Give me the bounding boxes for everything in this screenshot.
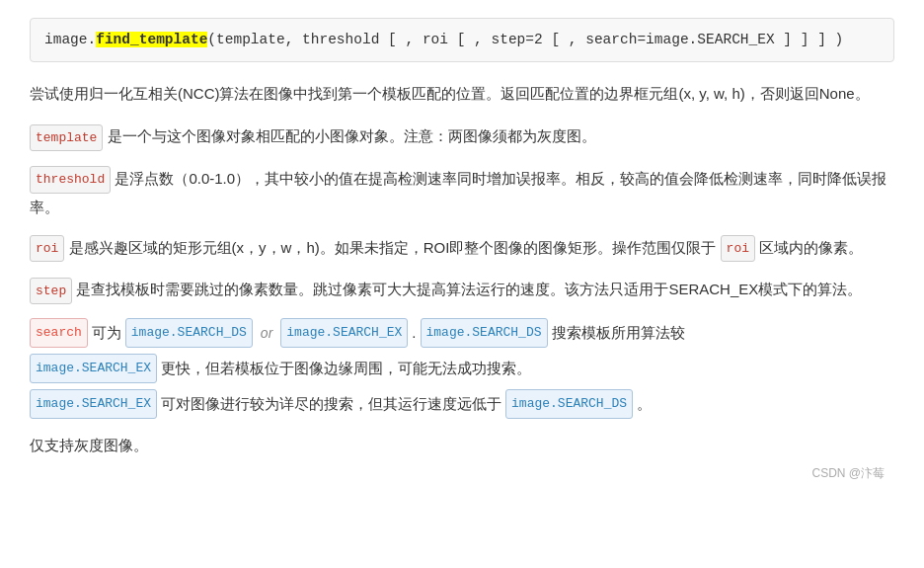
param-step-text: 是查找模板时需要跳过的像素数量。跳过像素可大大提高算法运行的速度。该方法只适用于…	[76, 281, 862, 297]
tag-step: step	[30, 278, 72, 304]
param-template: template 是一个与这个图像对象相匹配的小图像对象。注意：两图像须都为灰度…	[30, 122, 894, 151]
tag-image-search-ds: image.SEARCH_DS	[125, 318, 253, 348]
footer-note: 仅支持灰度图像。	[30, 437, 894, 455]
tag-image-search-ex2: image.SEARCH_EX	[30, 354, 157, 383]
search-text2: 更快，但若模板位于图像边缘周围，可能无法成功搜索。	[161, 354, 531, 383]
search-text1: 搜索模板所用算法较	[552, 318, 685, 348]
main-description: 尝试使用归一化互相关(NCC)算法在图像中找到第一个模板匹配的位置。返回匹配位置…	[30, 80, 894, 107]
param-roi: roi 是感兴趣区域的矩形元组(x，y，w，h)。如果未指定，ROI即整个图像的…	[30, 234, 894, 263]
code-params: (template, threshold [ , roi [ , step=2 …	[207, 32, 843, 47]
param-template-text: 是一个与这个图像对象相匹配的小图像对象。注意：两图像须都为灰度图。	[108, 127, 596, 144]
param-step: step 是查找模板时需要跳过的像素数量。跳过像素可大大提高算法运行的速度。该方…	[30, 276, 894, 304]
param-roi-text-before: 是感兴趣区域的矩形元组(x，y，w，h)。如果未指定，ROI即整个图像的图像矩形…	[69, 239, 717, 256]
code-signature: image.find_template(template, threshold …	[30, 18, 894, 62]
search-line2: image.SEARCH_EX 更快，但若模板位于图像边缘周围，可能无法成功搜索…	[30, 354, 894, 383]
tag-image-search-ds3: image.SEARCH_DS	[505, 389, 633, 419]
tag-roi2: roi	[721, 235, 755, 262]
tag-threshold: threshold	[30, 166, 111, 193]
tag-image-search-ex3: image.SEARCH_EX	[30, 389, 157, 419]
search-line3: image.SEARCH_EX 可对图像进行较为详尽的搜索，但其运行速度远低于 …	[30, 389, 894, 419]
param-roi-text-after: 区域内的像素。	[759, 239, 863, 256]
csdn-watermark: CSDN @汴莓	[30, 465, 894, 482]
tag-image-search-ex: image.SEARCH_EX	[280, 318, 408, 348]
tag-template: template	[30, 124, 103, 151]
search-line1: search 可为 image.SEARCH_DS or image.SEARC…	[30, 318, 894, 348]
param-threshold: threshold 是浮点数（0.0-1.0），其中较小的值在提高检测速率同时增…	[30, 165, 894, 220]
tag-image-search-ds2: image.SEARCH_DS	[421, 318, 548, 348]
page-container: image.find_template(template, threshold …	[0, 0, 924, 512]
search-text4: 。	[637, 389, 652, 419]
tag-roi: roi	[30, 235, 64, 262]
code-method: find_template	[96, 32, 207, 47]
param-search: search 可为 image.SEARCH_DS or image.SEARC…	[30, 318, 894, 419]
search-text3: 可对图像进行较为详尽的搜索，但其运行速度远低于	[161, 389, 501, 419]
search-or: or	[261, 319, 272, 347]
search-can-be: 可为	[92, 318, 121, 348]
code-prefix: image.	[44, 32, 96, 47]
param-threshold-text: 是浮点数（0.0-1.0），其中较小的值在提高检测速率同时增加误报率。相反，较高…	[30, 170, 886, 215]
tag-search: search	[30, 318, 88, 348]
search-dot: .	[412, 318, 416, 348]
